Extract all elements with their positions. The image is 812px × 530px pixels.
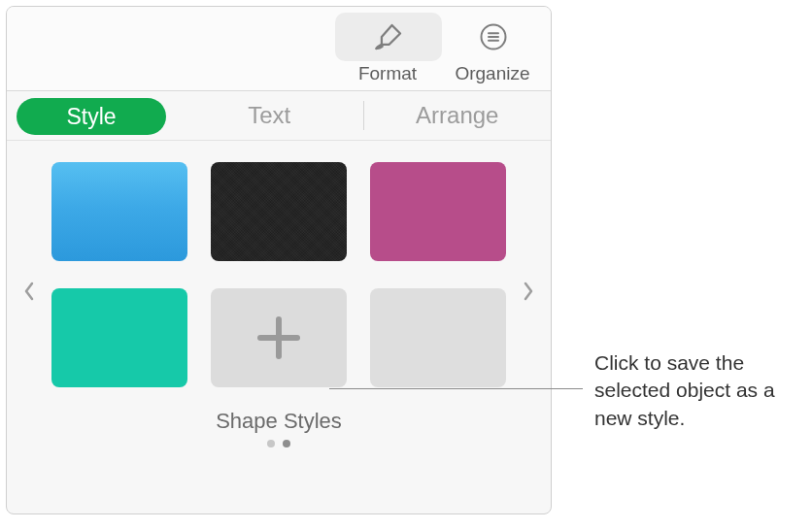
style-swatch-teal[interactable] [51,288,187,387]
style-swatch-pink[interactable] [370,162,506,261]
style-swatch-empty[interactable] [370,288,506,387]
callout-text: Click to save the selected object as a n… [594,349,802,432]
add-style-button[interactable] [211,288,347,387]
next-page-button[interactable] [512,270,545,318]
tab-text[interactable]: Text [176,91,363,140]
toolbar-item-format[interactable]: Format [335,13,440,84]
plus-icon [257,316,300,359]
toolbar-item-organize[interactable]: Organize [440,13,545,84]
shape-styles-caption: Shape Styles [51,409,506,434]
tab-text-label: Text [248,102,290,129]
panel-toolbar: Format Organize [7,7,551,91]
chevron-right-icon [522,280,535,303]
format-button[interactable] [335,13,442,61]
styles-panel: Shape Styles [7,141,551,447]
tab-style[interactable]: Style [7,91,176,140]
page-dots[interactable] [51,440,506,447]
tab-style-pill: Style [17,98,166,135]
list-icon [479,22,508,51]
brush-icon [372,20,405,53]
organize-button[interactable] [440,13,547,61]
inspector-tabs: Style Text Arrange [7,91,551,141]
format-label: Format [335,63,440,84]
chevron-left-icon [22,280,36,303]
shape-styles-grid [51,162,506,387]
page-dot-1[interactable] [267,440,275,447]
tab-arrange-label: Arrange [416,102,498,129]
style-swatch-blue[interactable] [51,162,187,261]
style-swatch-gray[interactable] [211,162,347,261]
organize-label: Organize [440,63,545,84]
callout-leader-line [329,388,583,389]
prev-page-button[interactable] [13,270,46,318]
tab-arrange[interactable]: Arrange [364,91,552,140]
page-dot-2[interactable] [283,440,290,447]
format-panel: Format Organize Style Text [6,6,552,514]
